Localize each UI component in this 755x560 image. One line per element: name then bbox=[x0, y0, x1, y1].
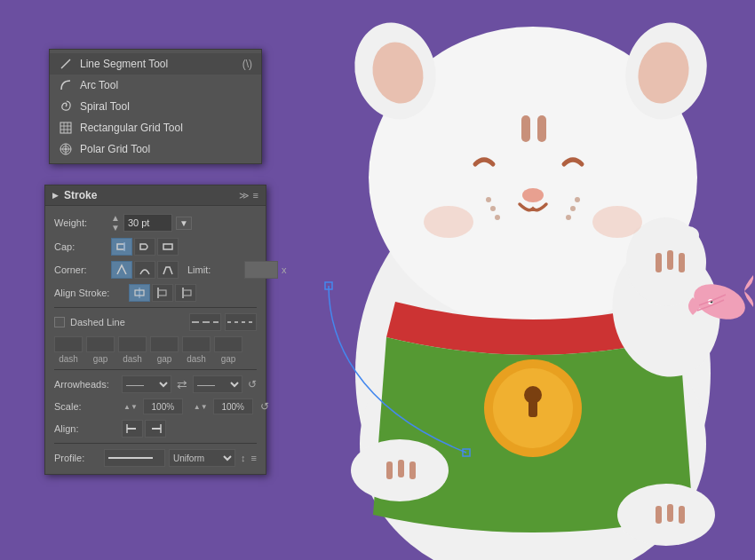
tool-spiral-label: Spiral Tool bbox=[80, 100, 130, 113]
dash-label-2: dash bbox=[123, 354, 142, 364]
stroke-collapse-icon[interactable]: ▶ bbox=[52, 191, 59, 200]
svg-point-11 bbox=[575, 197, 580, 202]
scale-input-1[interactable] bbox=[143, 398, 183, 414]
arc-icon bbox=[59, 78, 73, 92]
dash-inputs-row: dash gap dash gap dash gap bbox=[54, 336, 257, 364]
svg-point-13 bbox=[566, 215, 571, 220]
svg-rect-60 bbox=[183, 290, 191, 296]
weight-dropdown-btn[interactable]: ▼ bbox=[176, 217, 192, 230]
cap-butt-btn[interactable] bbox=[111, 238, 132, 256]
profile-row: Profile: Uniform ↕ ≡ bbox=[54, 449, 257, 467]
dash-input-1[interactable] bbox=[54, 336, 83, 352]
arrowhead-start-select[interactable]: —— bbox=[122, 375, 171, 393]
stroke-panel: ▶ Stroke ≫ ≡ Weight: ▲▼ ▼ Cap: bbox=[44, 185, 266, 475]
divider-3 bbox=[54, 443, 257, 444]
align-center-btn[interactable] bbox=[129, 284, 150, 302]
dash-input-3[interactable] bbox=[182, 336, 211, 352]
align-left-btn[interactable] bbox=[122, 420, 143, 438]
gap-input-2[interactable] bbox=[150, 336, 179, 352]
tool-spiral[interactable]: Spiral Tool bbox=[50, 96, 261, 117]
divider-2 bbox=[54, 369, 257, 370]
corner-bevel-btn[interactable] bbox=[157, 261, 179, 279]
cap-round-btn[interactable] bbox=[134, 238, 155, 256]
gap-col-1: gap bbox=[86, 336, 115, 364]
tool-dropdown-panel: Line Segment Tool (\) Arc Tool Spiral To… bbox=[49, 49, 262, 164]
spiral-icon bbox=[59, 99, 73, 114]
arrowheads-label: Arrowheads: bbox=[54, 379, 118, 390]
dash-style-2[interactable] bbox=[225, 313, 257, 331]
corner-miter-btn[interactable] bbox=[111, 261, 132, 279]
tool-arc[interactable]: Arc Tool bbox=[50, 75, 261, 96]
weight-row: Weight: ▲▼ ▼ bbox=[54, 213, 257, 233]
scale-row: Scale: ▲▼ ▲▼ ↺ bbox=[54, 398, 257, 414]
tool-polar-grid-label: Polar Grid Tool bbox=[80, 143, 150, 155]
dash-input-2[interactable] bbox=[118, 336, 147, 352]
align-outside-btn[interactable] bbox=[175, 284, 196, 302]
profile-select[interactable]: Uniform bbox=[169, 449, 235, 467]
corner-btn-group bbox=[111, 261, 179, 279]
arrowheads-row: Arrowheads: —— ⇄ —— ↺ bbox=[54, 375, 257, 393]
align-inside-btn[interactable] bbox=[152, 284, 173, 302]
tool-line-segment-label: Line Segment Tool bbox=[80, 58, 168, 70]
svg-point-24 bbox=[678, 226, 699, 244]
tool-line-segment[interactable]: Line Segment Tool (\) bbox=[50, 53, 261, 75]
align-stroke-btn-group bbox=[129, 284, 196, 302]
dashed-label: Dashed Line bbox=[70, 317, 125, 327]
cap-btn-group bbox=[111, 238, 179, 256]
arrow-cycle-icon[interactable]: ↺ bbox=[248, 378, 257, 390]
svg-rect-34 bbox=[398, 460, 404, 477]
gap-label-2: gap bbox=[157, 354, 172, 364]
polar-grid-icon bbox=[59, 142, 73, 156]
tool-polar-grid[interactable]: Polar Grid Tool bbox=[50, 138, 261, 160]
stroke-panel-header: ▶ Stroke ≫ ≡ bbox=[45, 185, 266, 206]
scale-up-icon-2: ▲▼ bbox=[194, 403, 208, 411]
dash-col-2: dash bbox=[118, 336, 147, 364]
align-right-btn[interactable] bbox=[145, 420, 166, 438]
arrow-swap-icon[interactable]: ⇄ bbox=[177, 377, 187, 391]
svg-rect-35 bbox=[409, 461, 416, 479]
stroke-panel-options-icon[interactable]: ≡ bbox=[253, 190, 258, 201]
weight-up-icon[interactable]: ▲▼ bbox=[111, 213, 120, 233]
svg-rect-15 bbox=[537, 115, 546, 142]
cap-square-btn[interactable] bbox=[157, 238, 179, 256]
arrowhead-end-select[interactable]: —— bbox=[193, 375, 242, 393]
svg-point-23 bbox=[656, 220, 677, 238]
scale-link-icon[interactable]: ↺ bbox=[260, 400, 269, 413]
line-segment-icon bbox=[59, 57, 73, 71]
stroke-panel-menu-icon[interactable]: ≫ bbox=[239, 190, 250, 201]
profile-flip-icon[interactable]: ↕ bbox=[241, 453, 246, 463]
gap-input-3[interactable] bbox=[214, 336, 242, 352]
stroke-panel-controls: ≫ ≡ bbox=[239, 190, 258, 201]
tool-rect-grid[interactable]: Rectangular Grid Tool bbox=[50, 117, 261, 138]
gap-input-1[interactable] bbox=[86, 336, 115, 352]
profile-label: Profile: bbox=[54, 453, 100, 463]
scale-input-2[interactable] bbox=[213, 398, 253, 414]
tool-rect-grid-label: Rectangular Grid Tool bbox=[80, 122, 183, 134]
profile-options-icon[interactable]: ≡ bbox=[251, 453, 257, 463]
weight-input[interactable] bbox=[123, 214, 172, 232]
svg-rect-14 bbox=[521, 115, 530, 142]
scale-up-icon-1: ▲▼ bbox=[123, 403, 138, 411]
dash-col-3: dash bbox=[182, 336, 211, 364]
limit-x-icon[interactable]: x bbox=[282, 264, 287, 275]
dash-style-1[interactable] bbox=[189, 313, 221, 331]
rect-grid-icon bbox=[59, 121, 73, 135]
gap-label-3: gap bbox=[221, 354, 236, 364]
dashed-checkbox[interactable] bbox=[54, 317, 65, 327]
svg-rect-33 bbox=[386, 461, 393, 479]
svg-point-12 bbox=[570, 206, 576, 211]
align-stroke-row: Align Stroke: bbox=[54, 284, 257, 302]
svg-rect-54 bbox=[163, 244, 172, 249]
corner-round-btn[interactable] bbox=[134, 261, 155, 279]
weight-label: Weight: bbox=[54, 217, 107, 228]
corner-label: Corner: bbox=[54, 264, 107, 275]
limit-label: Limit: bbox=[187, 264, 241, 275]
dashed-row: Dashed Line bbox=[54, 313, 257, 331]
svg-rect-52 bbox=[117, 244, 124, 249]
limit-input[interactable] bbox=[244, 261, 278, 279]
svg-rect-27 bbox=[679, 253, 685, 272]
svg-point-7 bbox=[522, 188, 544, 202]
gap-col-3: gap bbox=[214, 336, 242, 364]
cap-row: Cap: bbox=[54, 238, 257, 256]
tool-arc-label: Arc Tool bbox=[80, 79, 118, 91]
